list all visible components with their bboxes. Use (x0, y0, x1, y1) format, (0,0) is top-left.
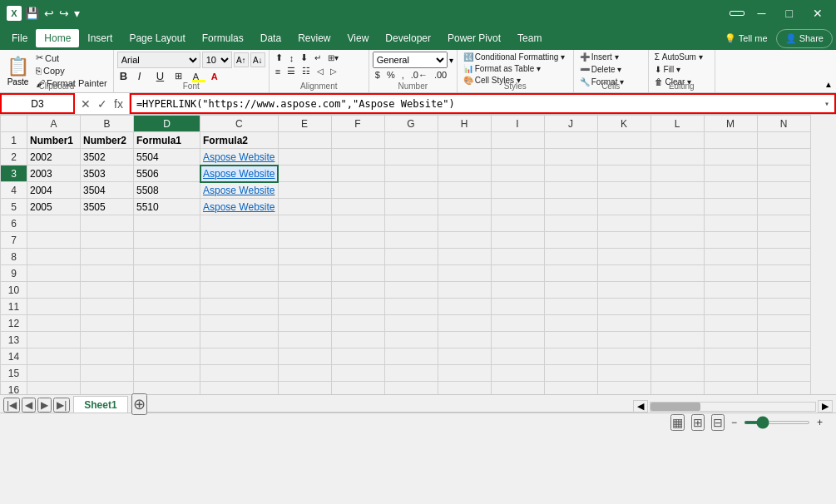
list-item[interactable] (200, 232, 279, 249)
dropdown-arrow-icon[interactable]: ▾ (824, 99, 829, 108)
list-item[interactable] (278, 315, 331, 332)
decrease-indent-button[interactable]: ◁ (314, 66, 326, 77)
list-item[interactable]: Aspose Website (200, 166, 279, 182)
list-item[interactable] (384, 382, 438, 395)
list-item[interactable] (597, 332, 650, 348)
fill-button[interactable]: ⬇ Fill ▾ (652, 64, 683, 75)
list-item[interactable] (384, 182, 438, 199)
list-item[interactable] (81, 315, 134, 332)
list-item[interactable] (704, 166, 757, 182)
list-item[interactable] (704, 249, 757, 265)
list-item[interactable] (200, 282, 279, 299)
list-item[interactable]: 2003 (27, 166, 81, 182)
list-item[interactable] (650, 365, 704, 382)
list-item[interactable] (384, 265, 438, 282)
conditional-formatting-button[interactable]: 🔣 Conditional Formatting ▾ (461, 52, 567, 62)
list-item[interactable] (384, 299, 438, 315)
list-item[interactable] (331, 265, 384, 282)
list-item[interactable] (650, 215, 704, 232)
list-item[interactable] (278, 249, 331, 265)
list-item[interactable] (597, 382, 650, 395)
list-item[interactable] (757, 132, 810, 149)
list-item[interactable] (438, 348, 491, 365)
list-item[interactable] (27, 215, 81, 232)
currency-button[interactable]: $ (373, 69, 383, 81)
list-item[interactable] (438, 382, 491, 395)
list-item[interactable] (81, 382, 134, 395)
list-item[interactable] (757, 166, 810, 182)
list-item[interactable] (438, 315, 491, 332)
list-item[interactable] (704, 382, 757, 395)
list-item[interactable] (491, 215, 544, 232)
list-item[interactable] (757, 232, 810, 249)
list-item[interactable] (438, 232, 491, 249)
row-header-13[interactable]: 13 (1, 332, 27, 348)
list-item[interactable] (491, 332, 544, 348)
list-item[interactable]: 2005 (27, 199, 81, 215)
list-item[interactable] (757, 382, 810, 395)
list-item[interactable] (278, 382, 331, 395)
align-top-button[interactable]: ⬆ (273, 52, 285, 64)
list-item[interactable] (331, 382, 384, 395)
list-item[interactable]: 2002 (27, 149, 81, 166)
list-item[interactable] (27, 315, 81, 332)
zoom-minus-button[interactable]: − (731, 417, 737, 428)
list-item[interactable] (81, 232, 134, 249)
list-item[interactable]: Formula1 (134, 132, 200, 149)
list-item[interactable] (597, 182, 650, 199)
list-item[interactable] (757, 348, 810, 365)
list-item[interactable] (200, 315, 279, 332)
list-item[interactable] (438, 166, 491, 182)
list-item[interactable] (491, 365, 544, 382)
menu-data[interactable]: Data (252, 29, 289, 47)
row-header-6[interactable]: 6 (1, 215, 27, 232)
delete-cells-button[interactable]: ➖ Delete ▾ (577, 64, 625, 75)
list-item[interactable]: Aspose Website (200, 199, 279, 215)
cut-button[interactable]: ✂ Cut (33, 52, 110, 64)
list-item[interactable] (27, 299, 81, 315)
list-item[interactable] (544, 182, 597, 199)
merge-button[interactable]: ⊞▾ (325, 52, 341, 63)
list-item[interactable] (704, 215, 757, 232)
list-item[interactable] (278, 232, 331, 249)
row-header-12[interactable]: 12 (1, 315, 27, 332)
list-item[interactable] (757, 315, 810, 332)
list-item[interactable] (278, 282, 331, 299)
list-item[interactable] (650, 348, 704, 365)
col-header-n[interactable]: N (757, 116, 810, 132)
list-item[interactable] (757, 149, 810, 166)
list-item[interactable] (200, 249, 279, 265)
list-item[interactable] (757, 299, 810, 315)
list-item[interactable] (200, 215, 279, 232)
row-header-1[interactable]: 1 (1, 132, 27, 149)
menu-view[interactable]: View (339, 29, 378, 47)
undo-button[interactable]: ↩ (44, 7, 54, 20)
list-item[interactable] (757, 265, 810, 282)
list-item[interactable] (331, 149, 384, 166)
list-item[interactable] (278, 149, 331, 166)
list-item[interactable] (757, 249, 810, 265)
list-item[interactable] (704, 282, 757, 299)
page-break-view-button[interactable]: ⊟ (711, 414, 725, 431)
col-header-j[interactable]: J (544, 116, 597, 132)
select-all-button[interactable] (1, 116, 27, 132)
list-item[interactable] (650, 232, 704, 249)
list-item[interactable] (438, 199, 491, 215)
horizontal-scrollbar[interactable] (650, 402, 816, 412)
list-item[interactable] (704, 149, 757, 166)
list-item[interactable] (27, 232, 81, 249)
list-item[interactable] (81, 282, 134, 299)
list-item[interactable] (27, 365, 81, 382)
list-item[interactable] (704, 365, 757, 382)
list-item[interactable] (597, 282, 650, 299)
list-item[interactable] (331, 166, 384, 182)
list-item[interactable] (27, 282, 81, 299)
next-sheet-button[interactable]: ▶ (37, 398, 52, 413)
list-item[interactable] (704, 199, 757, 215)
list-item[interactable] (704, 265, 757, 282)
menu-page-layout[interactable]: Page Layout (121, 29, 193, 47)
row-header-7[interactable]: 7 (1, 232, 27, 249)
autosum-button[interactable]: Σ AutoSum ▾ (652, 52, 705, 62)
list-item[interactable] (278, 199, 331, 215)
list-item[interactable]: 5504 (134, 149, 200, 166)
